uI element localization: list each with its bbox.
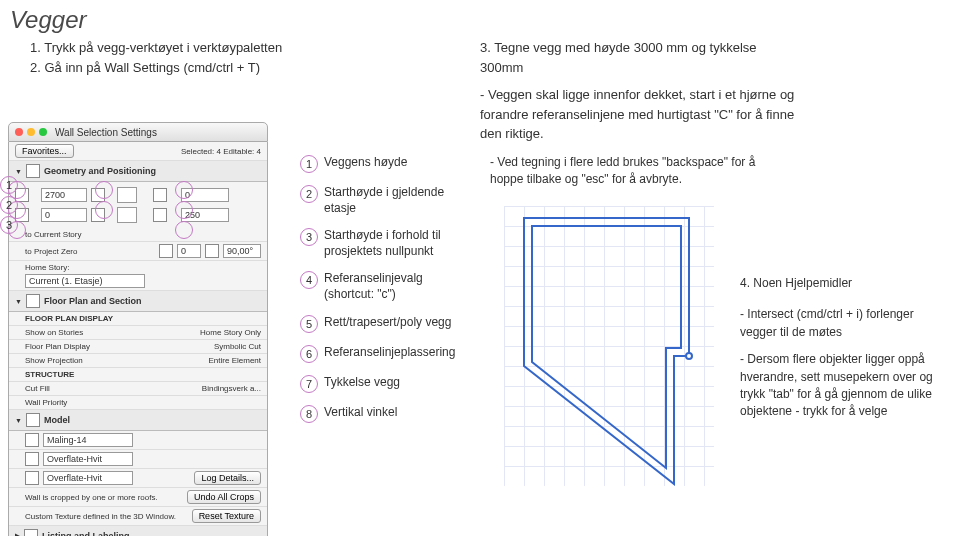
overflate1-row: Overflate-Hvit (9, 450, 267, 469)
help-section: 4. Noen Hjelpemidler - Intersect (cmd/ct… (740, 275, 940, 431)
zero-input[interactable]: 0 (177, 244, 201, 258)
steps-left: 1. Trykk på vegg-verktøyet i verktøypale… (30, 38, 282, 77)
to-zero-label: to Project Zero (25, 247, 77, 256)
cutfill-value[interactable]: Bindingsverk a... (202, 384, 261, 393)
refline-picker[interactable] (117, 187, 137, 203)
traffic-lights-icon (15, 128, 47, 136)
zero-icon (159, 244, 173, 258)
show-on-label: Show on Stories (25, 328, 83, 337)
overflate1-select[interactable]: Overflate-Hvit (43, 452, 133, 466)
geometry-fields: 2700 0 0 250 (9, 182, 267, 228)
wall-settings-panel: Wall Selection Settings Favorites... Sel… (8, 122, 268, 536)
section-floorplan[interactable]: ▼ Floor Plan and Section (9, 291, 267, 312)
wall-polygon-icon (504, 206, 714, 486)
legend: 1 Veggens høyde 2 Starthøyde i gjeldende… (300, 155, 470, 435)
help-title: 4. Noen Hjelpemidler (740, 275, 940, 292)
note-backspace: - Ved tegning i flere ledd brukes "backs… (490, 154, 790, 189)
step-2: 2. Gå inn på Wall Settings (cmd/ctrl + T… (30, 58, 282, 78)
show-on-value[interactable]: Home Story Only (200, 328, 261, 337)
legend-text-8: Vertikal vinkel (324, 405, 397, 421)
legend-item-3: 3 Starthøyde i forhold til prosjektets n… (300, 228, 470, 259)
favorites-row: Favorites... Selected: 4 Editable: 4 (9, 142, 267, 161)
disclosure-triangle-icon: ▼ (15, 417, 22, 424)
help-p1: - Intersect (cmd/ctrl + i) forlenger veg… (740, 306, 940, 341)
section-floorplan-label: Floor Plan and Section (44, 296, 142, 306)
overflate2-select[interactable]: Overflate-Hvit (43, 471, 133, 485)
maling-row: Maling-14 (9, 431, 267, 450)
refplace-picker[interactable] (117, 207, 137, 223)
section-geometry[interactable]: ▼ Geometry and Positioning (9, 161, 267, 182)
cutfill-row: Cut Fill Bindingsverk a... (9, 382, 267, 396)
legend-text-4: Referanselinjevalg (shortcut: "c") (324, 271, 470, 302)
step-1: 1. Trykk på vegg-verktøyet i verktøypale… (30, 38, 282, 58)
legend-num-4: 4 (300, 271, 318, 289)
marker-8 (175, 221, 193, 239)
to-current-row: to Current Story (9, 228, 267, 242)
plan-drawing (504, 206, 714, 486)
legend-text-5: Rett/trapesert/poly vegg (324, 315, 451, 331)
to-current-label: to Current Story (25, 230, 81, 239)
wall-priority-row: Wall Priority (9, 396, 267, 410)
disclosure-triangle-icon: ▼ (15, 168, 22, 175)
legend-item-2: 2 Starthøyde i gjeldende etasje (300, 185, 470, 216)
reset-texture-button[interactable]: Reset Texture (192, 509, 261, 523)
legend-item-8: 8 Vertikal vinkel (300, 405, 470, 423)
legend-num-2: 2 (300, 185, 318, 203)
to-zero-row: to Project Zero 0 90,00° (9, 242, 267, 261)
thickness-icon (153, 208, 167, 222)
fpd2-value[interactable]: Symbolic Cut (214, 342, 261, 351)
page-title: Vegger (10, 6, 87, 34)
crop-message: Wall is cropped by one or more roofs. (25, 493, 158, 502)
legend-text-2: Starthøyde i gjeldende etasje (324, 185, 470, 216)
angle-input[interactable]: 90,00° (223, 244, 261, 258)
section-geometry-label: Geometry and Positioning (44, 166, 156, 176)
favorites-button[interactable]: Favorites... (15, 144, 74, 158)
geometry-method-icon (153, 188, 167, 202)
legend-num-6: 6 (300, 345, 318, 363)
legend-item-4: 4 Referanselinjevalg (shortcut: "c") (300, 271, 470, 302)
legend-item-1: 1 Veggens høyde (300, 155, 470, 173)
floorplan-icon (26, 294, 40, 308)
legend-text-3: Starthøyde i forhold til prosjektets nul… (324, 228, 470, 259)
log-details-button[interactable]: Log Details... (194, 471, 261, 485)
legend-item-5: 5 Rett/trapesert/poly vegg (300, 315, 470, 333)
material-icon (25, 433, 39, 447)
undo-crops-button[interactable]: Undo All Crops (187, 490, 261, 504)
show-proj-value[interactable]: Entire Element (209, 356, 261, 365)
ext-marker-1: 1 (0, 176, 18, 194)
marker-5 (95, 201, 113, 219)
home-story-row: Home Story: Current (1. Etasje) (9, 261, 267, 291)
base-input[interactable]: 0 (41, 208, 87, 222)
listing-icon (24, 529, 38, 536)
angle-icon (205, 244, 219, 258)
legend-num-3: 3 (300, 228, 318, 246)
material-icon (25, 452, 39, 466)
section-listing[interactable]: ▶ Listing and Labeling (9, 526, 267, 536)
disclosure-triangle-icon: ▼ (15, 298, 22, 305)
legend-num-7: 7 (300, 375, 318, 393)
section-model[interactable]: ▼ Model (9, 410, 267, 431)
section-listing-label: Listing and Labeling (42, 531, 130, 536)
fpd-label: FLOOR PLAN DISPLAY (25, 314, 113, 323)
step3-detail: - Veggen skal ligge innenfor dekket, sta… (480, 85, 800, 144)
show-proj-label: Show Projection (25, 356, 83, 365)
step3-lead: 3. Tegne vegg med høyde 3000 mm og tykke… (480, 38, 800, 77)
window-title: Wall Selection Settings (55, 127, 157, 138)
legend-num-1: 1 (300, 155, 318, 173)
show-proj-row: Show Projection Entire Element (9, 354, 267, 368)
home-story-select[interactable]: Current (1. Etasje) (25, 274, 145, 288)
cutfill-label: Cut Fill (25, 384, 50, 393)
structure-label: STRUCTURE (25, 370, 74, 379)
panel-body: Favorites... Selected: 4 Editable: 4 ▼ G… (8, 142, 268, 536)
selected-count: Selected: 4 Editable: 4 (181, 147, 261, 156)
fpd-header: FLOOR PLAN DISPLAY (9, 312, 267, 326)
home-story-label: Home Story: (25, 263, 69, 272)
texture-row: Custom Texture defined in the 3D Window.… (9, 507, 267, 526)
fpd2-row: Floor Plan Display Symbolic Cut (9, 340, 267, 354)
ext-markers-left: 1 2 3 (0, 176, 18, 234)
panel-titlebar: Wall Selection Settings (8, 122, 268, 142)
maling-select[interactable]: Maling-14 (43, 433, 133, 447)
height-input[interactable]: 2700 (41, 188, 87, 202)
marker-7 (175, 201, 193, 219)
model-icon (26, 413, 40, 427)
